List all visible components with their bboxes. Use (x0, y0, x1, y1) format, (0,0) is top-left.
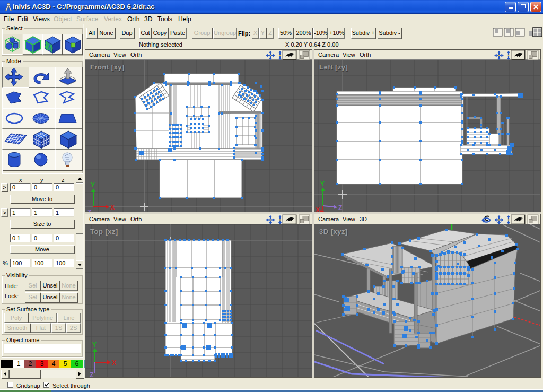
svg-text:Y: Y (91, 181, 95, 189)
svg-text:Y: Y (92, 341, 97, 349)
svg-text:X: X (316, 206, 320, 212)
svg-text:Z: Z (87, 208, 91, 212)
svg-text:X: X (110, 204, 115, 211)
svg-text:Y: Y (320, 180, 325, 188)
svg-text:Z: Z (90, 371, 93, 378)
svg-text:X: X (112, 359, 116, 367)
svg-text:Z: Z (338, 204, 342, 212)
